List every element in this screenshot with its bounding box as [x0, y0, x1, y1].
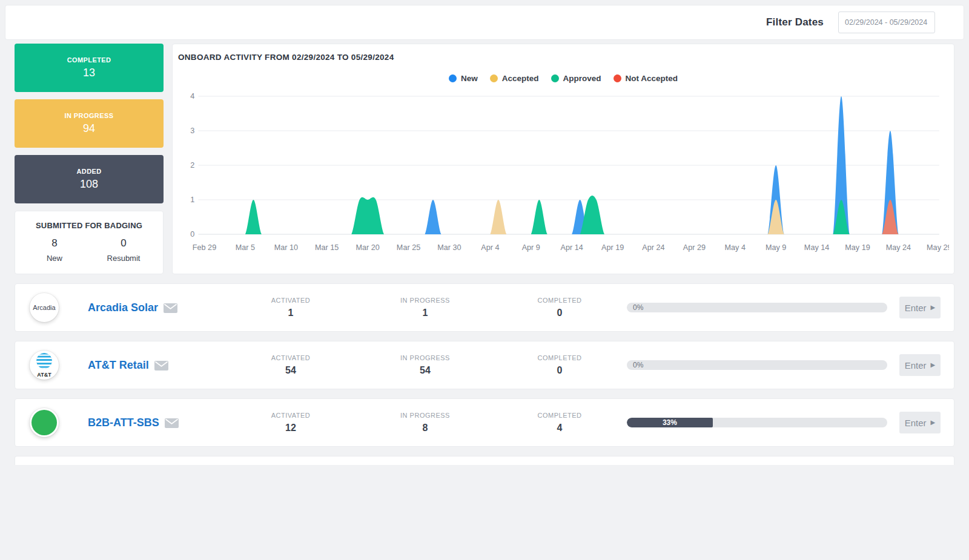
stat-card-label: ADDED	[76, 168, 101, 175]
series-area-accepted	[205, 200, 939, 234]
stat-cards-container: COMPLETED13IN PROGRESS94ADDED108	[15, 44, 164, 203]
badging-item-resubmit: 0Resubmit	[89, 237, 158, 263]
badging-label: New	[20, 254, 89, 263]
date-range-input[interactable]	[838, 12, 935, 33]
company-stat-completed: COMPLETED0	[492, 354, 627, 376]
company-stat-value: 54	[285, 365, 296, 376]
stat-card-value: 13	[83, 67, 95, 79]
stats-sidebar: COMPLETED13IN PROGRESS94ADDED108 SUBMITT…	[15, 44, 164, 274]
company-stat-value: 54	[420, 365, 431, 376]
x-axis-tick-label: Apr 19	[601, 243, 624, 252]
legend-item-accepted[interactable]: Accepted	[490, 74, 539, 83]
legend-item-approved[interactable]: Approved	[551, 74, 601, 83]
x-axis-tick-label: May 9	[766, 243, 786, 252]
company-stat-value: 0	[557, 365, 563, 376]
x-axis-tick-label: May 24	[886, 243, 911, 252]
avatar-color-circle	[31, 410, 57, 435]
stat-card-in-progress: IN PROGRESS94	[15, 99, 164, 148]
progress-percent-label: 0%	[633, 361, 643, 369]
y-axis-tick-label: 2	[190, 161, 194, 170]
badging-value: 0	[89, 237, 158, 249]
company-stat-value: 1	[423, 308, 428, 318]
enter-button-cell: Enter▶	[893, 354, 941, 376]
company-stat-label: COMPLETED	[538, 354, 582, 361]
legend-item-not-accepted[interactable]: Not Accepted	[613, 74, 678, 83]
y-axis-tick-label: 1	[190, 196, 194, 204]
next-row-partial	[15, 456, 954, 465]
stat-card-label: IN PROGRESS	[65, 112, 114, 119]
progress-bar: 33%	[627, 418, 887, 427]
series-area-approved	[205, 196, 939, 234]
chart-title: ONBOARD ACTIVITY FROM 02/29/2024 TO 05/2…	[177, 53, 949, 62]
company-name-link[interactable]: AT&T Retail	[88, 359, 149, 372]
company-name-cell: Arcadia Solar	[88, 301, 223, 314]
legend-label: New	[461, 74, 478, 83]
svg-text:AT&T: AT&T	[37, 372, 51, 378]
progress-bar-fill: 33%	[627, 418, 713, 427]
att-globe-logo: AT&T	[32, 352, 56, 378]
x-axis-tick-label: Mar 15	[315, 243, 339, 252]
envelope-icon[interactable]	[154, 361, 168, 371]
enter-button-label: Enter	[905, 418, 927, 428]
x-axis-tick-label: Mar 10	[274, 243, 298, 252]
avatar-cell	[30, 408, 88, 437]
company-stat-label: COMPLETED	[538, 412, 582, 419]
company-stat-value: 12	[285, 423, 296, 433]
legend-label: Not Accepted	[626, 74, 678, 83]
enter-button[interactable]: Enter▶	[899, 354, 941, 376]
company-stat-activated: ACTIVATED12	[223, 412, 358, 433]
avatar-cell: Arcadia	[30, 293, 88, 322]
x-axis-tick-label: May 4	[725, 243, 746, 252]
company-stat-in-progress: IN PROGRESS8	[358, 412, 492, 433]
company-row: B2B-ATT-SBSACTIVATED12IN PROGRESS8COMPLE…	[15, 398, 954, 447]
envelope-icon[interactable]	[165, 418, 179, 428]
progress-cell: 0%	[627, 303, 893, 312]
company-stat-value: 4	[557, 423, 563, 433]
company-stat-label: ACTIVATED	[271, 354, 311, 361]
onboard-activity-chart: 01234Feb 29Mar 5Mar 10Mar 15Mar 20Mar 25…	[177, 84, 949, 261]
legend-label: Accepted	[502, 74, 539, 83]
enter-button[interactable]: Enter▶	[899, 297, 941, 318]
y-axis-tick-label: 4	[190, 92, 194, 100]
envelope-icon[interactable]	[164, 303, 177, 313]
legend-dot-icon	[613, 74, 621, 82]
x-axis-tick-label: Mar 25	[397, 243, 420, 252]
company-avatar	[30, 408, 59, 437]
company-stat-completed: COMPLETED0	[492, 297, 627, 318]
x-axis-tick-label: May 14	[804, 243, 829, 252]
company-stat-value: 1	[288, 308, 294, 318]
company-stat-label: IN PROGRESS	[400, 297, 450, 304]
badging-item-new: 8New	[20, 237, 89, 263]
legend-dot-icon	[449, 74, 457, 82]
x-axis-tick-label: Mar 5	[236, 243, 255, 252]
company-stat-label: ACTIVATED	[271, 297, 311, 304]
company-stat-in-progress: IN PROGRESS54	[358, 354, 492, 376]
enter-button-cell: Enter▶	[893, 412, 941, 433]
company-name-cell: B2B-ATT-SBS	[88, 417, 223, 429]
progress-bar: 0%	[627, 360, 887, 370]
progress-cell: 33%	[627, 418, 893, 427]
avatar-label: Arcadia	[33, 304, 55, 311]
company-rows: ArcadiaArcadia SolarACTIVATED1IN PROGRES…	[5, 283, 964, 447]
legend-item-new[interactable]: New	[449, 74, 478, 83]
badging-items: 8New0Resubmit	[20, 237, 158, 263]
company-name-link[interactable]: Arcadia Solar	[88, 301, 158, 314]
enter-button[interactable]: Enter▶	[899, 412, 941, 433]
company-stat-activated: ACTIVATED54	[223, 354, 358, 376]
progress-percent-label: 0%	[633, 303, 643, 312]
enter-button-label: Enter	[905, 303, 927, 313]
company-stat-in-progress: IN PROGRESS1	[358, 297, 492, 318]
company-stat-completed: COMPLETED4	[492, 412, 627, 433]
stat-card-completed: COMPLETED13	[15, 44, 164, 92]
x-axis-tick-label: Apr 14	[561, 243, 583, 252]
company-stat-label: ACTIVATED	[271, 412, 311, 419]
stat-card-added: ADDED108	[15, 155, 164, 203]
top-bar: Filter Dates	[5, 5, 964, 40]
stat-card-value: 108	[80, 178, 98, 191]
chevron-right-icon: ▶	[931, 420, 936, 426]
filter-dates-label: Filter Dates	[766, 16, 824, 28]
onboard-activity-card: ONBOARD ACTIVITY FROM 02/29/2024 TO 05/2…	[172, 44, 954, 274]
company-name-link[interactable]: B2B-ATT-SBS	[88, 417, 159, 429]
enter-button-cell: Enter▶	[893, 297, 941, 318]
legend-dot-icon	[490, 74, 498, 82]
